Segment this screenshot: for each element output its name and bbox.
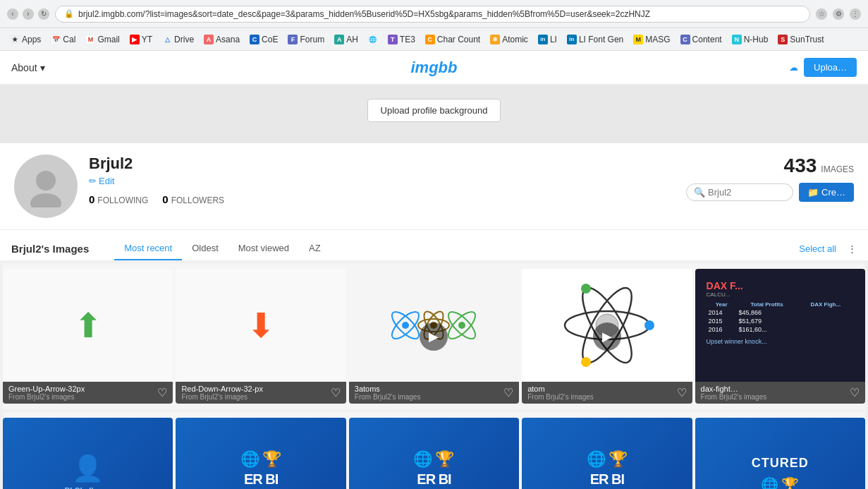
image-card-atom[interactable]: ▶ atom From Brjul2's images ♡ (522, 269, 692, 404)
bookmark-globe[interactable]: 🌐 (364, 33, 382, 46)
bookmark-asana-label: Asana (216, 35, 240, 44)
red-arrow-down-icon: ⬇ (247, 306, 275, 345)
image-card-bi-er[interactable]: 🌐 🏆 ER BI ENGE bi-challenge-2 From Brjul… (176, 418, 346, 489)
bookmark-charcount[interactable]: C Char Count (421, 33, 484, 46)
following-label: FOLLOWING (97, 195, 148, 205)
bookmark-masg[interactable]: M MASG (629, 33, 674, 46)
image-source-green-up: From Brjul2's images (8, 393, 85, 401)
bookmark-te3-label: TE3 (400, 35, 415, 44)
image-card-bi-person[interactable]: 👤 BI Challenge bi-challenge-1 From Brjul… (3, 418, 173, 489)
bookmark-suntrust[interactable]: S SunTrust (774, 33, 828, 46)
image-source-red-down: From Brjul2's images (181, 393, 263, 401)
dax-more-text: Upset winner knock... (707, 338, 767, 345)
site-header: About ▾ imgbb ☁ Uploa… (0, 51, 868, 85)
dax-subtitle: CALCU... (707, 291, 731, 298)
back-button[interactable]: ‹ (7, 8, 18, 20)
upload-button[interactable]: Uploa… (804, 58, 857, 77)
nav-controls[interactable]: ‹ › ↻ (7, 8, 49, 20)
refresh-button[interactable]: ↻ (38, 8, 49, 20)
bookmark-yt[interactable]: ▶ YT (126, 33, 157, 46)
menu-button[interactable]: ⋮ (850, 8, 861, 20)
more-options-icon[interactable]: ⋮ (848, 243, 857, 254)
address-text: brjul2.imgbb.com/?list=images&sort=date_… (78, 9, 801, 19)
image-card-dax[interactable]: DAX F... CALCU... YearTotal ProfitsDAX F… (695, 269, 865, 404)
image-caption-dax: dax-fight… From Brjul2's images ♡ (695, 382, 865, 404)
bookmark-cal[interactable]: 📅 Cal (47, 33, 80, 46)
profile-actions: 🔍 📁 Cre… (686, 183, 854, 202)
image-thumb-green-up: ⬆ (3, 269, 173, 382)
heart-button-3atoms[interactable]: ♡ (503, 386, 513, 399)
profile-top-row: 433 IMAGES (784, 155, 854, 177)
image-card-bi-er3[interactable]: 🌐 🏆 ER BI ENGE bi-challenge-4 From Brjul… (522, 418, 692, 489)
image-card-bi-tured[interactable]: CTURED 🌐 🏆 bi-challenge-5 From Brjul2's … (695, 418, 865, 489)
image-caption-red-down: Red-Down-Arrow-32-px From Brjul2's image… (176, 382, 346, 404)
image-card-3atoms[interactable]: ▶ 3atoms From Brjul2's images ♡ (349, 269, 519, 404)
avatar (14, 155, 78, 218)
bookmark-content-label: Content (692, 35, 722, 44)
tab-most-recent[interactable]: Most recent (114, 237, 182, 260)
bookmark-ah-label: AH (346, 35, 358, 44)
suntrust-icon: S (778, 35, 788, 44)
green-arrow-up-icon: ⬆ (74, 306, 102, 345)
tab-az[interactable]: AZ (299, 237, 331, 260)
image-card-bi-er2[interactable]: 🌐 🏆 ER BI ENGE bi-challenge-3 From Brjul… (349, 418, 519, 489)
bi-er-content: 🌐 🏆 ER BI ENGE (176, 418, 346, 489)
apps-icon: ★ (10, 35, 20, 44)
heart-button-red-down[interactable]: ♡ (331, 386, 341, 399)
svg-point-11 (458, 322, 465, 329)
image-title-dax: dax-fight… (701, 385, 767, 393)
search-input[interactable] (708, 187, 786, 198)
dax-content: DAX F... CALCU... YearTotal ProfitsDAX F… (701, 274, 860, 376)
bookmark-asana[interactable]: A Asana (200, 33, 244, 46)
bookmark-forum-label: Forum (300, 35, 324, 44)
bookmark-nhub[interactable]: N N-Hub (728, 33, 773, 46)
bookmark-lifont[interactable]: in LI Font Gen (563, 33, 628, 46)
bookmark-content[interactable]: C Content (676, 33, 726, 46)
forum-icon: F (288, 35, 298, 44)
drive-icon: △ (162, 35, 172, 44)
search-box[interactable]: 🔍 (686, 183, 793, 201)
bi-er2-content: 🌐 🏆 ER BI ENGE (349, 418, 519, 489)
bookmark-gmail[interactable]: M Gmail (81, 33, 123, 46)
bookmark-forum[interactable]: F Forum (283, 33, 329, 46)
bookmark-atomic[interactable]: ⚛ Atomic (486, 33, 532, 46)
image-card-red-down[interactable]: ⬇ Red-Down-Arrow-32-px From Brjul2's ima… (176, 269, 346, 404)
tab-most-viewed[interactable]: Most viewed (228, 237, 299, 260)
heart-button-dax[interactable]: ♡ (850, 386, 860, 399)
about-menu[interactable]: About ▾ (11, 62, 45, 73)
bookmark-te3[interactable]: T TE3 (384, 33, 420, 46)
create-button[interactable]: 📁 Cre… (799, 183, 854, 202)
edit-link[interactable]: ✏ Edit (89, 176, 675, 186)
bookmark-suntrust-label: SunTrust (790, 35, 824, 44)
image-title-green-up: Green-Up-Arrow-32px (8, 385, 85, 393)
bookmark-ah[interactable]: A AH (330, 33, 362, 46)
bookmark-apps[interactable]: ★ Apps (6, 33, 45, 46)
forward-button[interactable]: › (23, 8, 34, 20)
profile-right-panel: 433 IMAGES 🔍 📁 Cre… (686, 155, 854, 202)
image-card-green-up[interactable]: ⬆ Green-Up-Arrow-32px From Brjul2's imag… (3, 269, 173, 404)
bi-er3-content: 🌐 🏆 ER BI ENGE (522, 418, 692, 489)
tab-oldest[interactable]: Oldest (182, 237, 228, 260)
bookmark-drive[interactable]: △ Drive (158, 33, 198, 46)
followers-label: FOLLOWERS (171, 195, 224, 205)
bookmark-coe[interactable]: C CoE (245, 33, 282, 46)
select-all-link[interactable]: Select all (799, 243, 836, 254)
heart-button-atom[interactable]: ♡ (677, 386, 687, 399)
images-count: 433 IMAGES (784, 155, 854, 177)
heart-button-green-up[interactable]: ♡ (157, 386, 167, 399)
upload-bg-button[interactable]: Upload profile background (367, 99, 501, 122)
bookmark-star-button[interactable]: ☆ (816, 8, 827, 20)
image-title-atom: atom (527, 385, 594, 393)
followers-count: 0 (162, 193, 168, 205)
image-caption-atom: atom From Brjul2's images ♡ (522, 382, 692, 404)
image-title-red-down: Red-Down-Arrow-32-px (181, 385, 263, 393)
lifont-icon: in (567, 35, 577, 44)
bookmark-li[interactable]: in LI (534, 33, 561, 46)
address-bar[interactable]: 🔒 brjul2.imgbb.com/?list=images&sort=dat… (55, 6, 810, 23)
about-chevron-icon: ▾ (40, 62, 45, 73)
extensions-button[interactable]: ⚙ (833, 8, 844, 20)
play-overlay-3atoms: ▶ (420, 322, 448, 351)
bookmark-yt-label: YT (142, 35, 152, 44)
image-thumb-bi-er3: 🌐 🏆 ER BI ENGE (522, 418, 692, 489)
bookmark-masg-label: MASG (645, 35, 670, 44)
